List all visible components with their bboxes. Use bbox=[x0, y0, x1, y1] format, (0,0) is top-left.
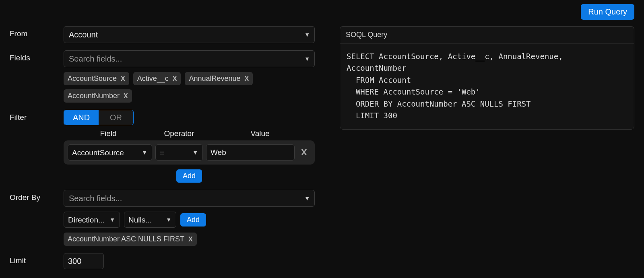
soql-query-title: SOQL Query bbox=[340, 27, 634, 43]
filter-and-button[interactable]: AND bbox=[64, 110, 99, 125]
add-orderby-button[interactable]: Add bbox=[180, 213, 206, 227]
from-select[interactable]: Account bbox=[64, 26, 315, 43]
chip-label: AnnualRevenue bbox=[189, 74, 240, 83]
field-chip: AccountSourceX bbox=[64, 72, 129, 85]
field-chip: AccountNumberX bbox=[64, 89, 132, 103]
filter-header-field: Field bbox=[64, 129, 153, 138]
filter-header-operator: Operator bbox=[153, 129, 205, 138]
filter-field-select[interactable]: AccountSource bbox=[68, 144, 152, 161]
filter-row: AccountSource ▼ = ▼ X bbox=[64, 140, 315, 165]
filter-value-input[interactable] bbox=[206, 144, 295, 161]
orderby-search-input[interactable] bbox=[64, 190, 315, 207]
filter-logic-toggle: AND OR bbox=[64, 110, 134, 125]
limit-input[interactable] bbox=[64, 253, 104, 269]
field-chip: Active__cX bbox=[133, 72, 181, 85]
remove-chip-button[interactable]: X bbox=[121, 75, 125, 82]
from-label: From bbox=[10, 26, 64, 38]
add-filter-button[interactable]: Add bbox=[176, 169, 202, 183]
remove-chip-button[interactable]: X bbox=[173, 75, 177, 82]
fields-label: Fields bbox=[10, 50, 64, 62]
filter-operator-select[interactable]: = bbox=[155, 144, 203, 161]
fields-chip-list: AccountSourceXActive__cXAnnualRevenueXAc… bbox=[64, 72, 321, 103]
soql-query-panel: SOQL Query SELECT AccountSource, Active_… bbox=[340, 26, 634, 130]
orderby-nulls-select[interactable]: Nulls... bbox=[124, 212, 176, 228]
soql-query-body: SELECT AccountSource, Active__c, AnnualR… bbox=[340, 43, 634, 129]
fields-search-input[interactable] bbox=[64, 50, 315, 67]
field-chip: AnnualRevenueX bbox=[185, 72, 253, 85]
run-query-button[interactable]: Run Query bbox=[581, 4, 634, 20]
chip-label: AccountNumber bbox=[68, 92, 120, 100]
filter-header-value: Value bbox=[205, 129, 315, 138]
filter-or-button[interactable]: OR bbox=[99, 110, 133, 125]
orderby-direction-select[interactable]: Direction... bbox=[64, 212, 120, 228]
limit-label: Limit bbox=[10, 253, 64, 265]
remove-filter-button[interactable]: X bbox=[298, 147, 310, 158]
filter-label: Filter bbox=[10, 110, 64, 122]
chip-label: AccountSource bbox=[68, 74, 117, 83]
orderby-label: Order By bbox=[10, 190, 64, 202]
remove-chip-button[interactable]: X bbox=[188, 236, 193, 243]
orderby-chip-list: AccountNumber ASC NULLS FIRSTX bbox=[64, 233, 321, 246]
remove-chip-button[interactable]: X bbox=[245, 75, 249, 82]
chip-label: Active__c bbox=[137, 74, 169, 83]
orderby-chip: AccountNumber ASC NULLS FIRSTX bbox=[64, 233, 197, 246]
remove-chip-button[interactable]: X bbox=[124, 93, 128, 100]
chip-label: AccountNumber ASC NULLS FIRST bbox=[68, 235, 184, 243]
